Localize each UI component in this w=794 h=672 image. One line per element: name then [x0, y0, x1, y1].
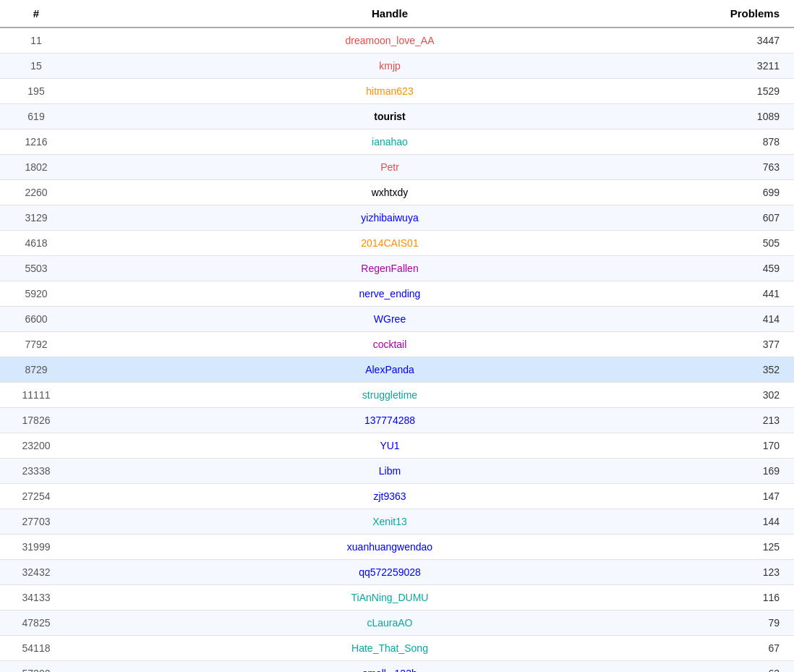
problems-cell: 1529: [707, 79, 794, 104]
handle-cell[interactable]: xuanhuangwendao: [72, 535, 707, 560]
handle-link[interactable]: RegenFallen: [361, 263, 418, 274]
handle-cell[interactable]: RegenFallen: [72, 256, 707, 281]
table-row: 5920nerve_ending441: [0, 281, 794, 307]
handle-cell[interactable]: yizhibaiwuya: [72, 205, 707, 231]
problems-cell: 116: [707, 585, 794, 611]
rank-cell: 8729: [0, 357, 72, 383]
problems-cell: 63: [707, 661, 794, 673]
rank-cell: 1216: [0, 129, 72, 155]
table-row: 17826137774288213: [0, 408, 794, 433]
table-row: 2260wxhtxdy699: [0, 180, 794, 205]
handle-link[interactable]: TiAnNing_DUMU: [351, 592, 429, 603]
handle-link[interactable]: 137774288: [364, 414, 415, 426]
handle-cell[interactable]: Libm: [72, 459, 707, 484]
rank-cell: 2260: [0, 180, 72, 205]
table-row: 46182014CAIS01505: [0, 231, 794, 256]
rank-cell: 54118: [0, 636, 72, 661]
handle-link[interactable]: WGree: [374, 313, 406, 325]
problems-cell: 377: [707, 332, 794, 357]
handle-link[interactable]: ianahao: [372, 136, 408, 148]
handle-link[interactable]: 2014CAIS01: [361, 237, 418, 249]
handle-cell[interactable]: small...123b: [72, 661, 707, 673]
table-row: 1802Petr763: [0, 155, 794, 180]
handle-cell[interactable]: Xenit13: [72, 509, 707, 535]
problems-cell: 144: [707, 509, 794, 535]
handle-cell[interactable]: kmjp: [72, 54, 707, 79]
rank-cell: 5920: [0, 281, 72, 307]
handle-link[interactable]: nerve_ending: [359, 288, 421, 299]
rank-cell: 11: [0, 27, 72, 54]
handle-link[interactable]: struggletime: [362, 389, 417, 401]
handle-link[interactable]: wxhtxdy: [372, 187, 409, 198]
table-row: 54118Hate_That_Song67: [0, 636, 794, 661]
handle-cell[interactable]: cocktail: [72, 332, 707, 357]
handle-cell[interactable]: ianahao: [72, 129, 707, 155]
handle-link[interactable]: yizhibaiwuya: [361, 212, 418, 224]
handle-link[interactable]: cocktail: [373, 339, 407, 350]
rank-cell: 32432: [0, 560, 72, 585]
problems-cell: 459: [707, 256, 794, 281]
problems-cell: 763: [707, 155, 794, 180]
handle-link[interactable]: dreamoon_love_AA: [346, 35, 435, 46]
table-row: 8729AlexPanda352: [0, 357, 794, 383]
handle-link[interactable]: Petr: [380, 161, 399, 173]
column-header-problems: Problems: [707, 0, 794, 27]
handle-link[interactable]: small...123b: [362, 668, 417, 672]
handle-link[interactable]: qq572259028: [359, 566, 421, 578]
table-row: 23338Libm169: [0, 459, 794, 484]
handle-cell[interactable]: YU1: [72, 433, 707, 459]
rank-cell: 31999: [0, 535, 72, 560]
problems-cell: 699: [707, 180, 794, 205]
handle-cell[interactable]: Petr: [72, 155, 707, 180]
handle-cell[interactable]: struggletime: [72, 383, 707, 408]
handle-cell[interactable]: Hate_That_Song: [72, 636, 707, 661]
handle-cell[interactable]: qq572259028: [72, 560, 707, 585]
handle-link[interactable]: tourist: [374, 111, 406, 122]
handle-link[interactable]: hitman623: [366, 85, 413, 97]
problems-cell: 3211: [707, 54, 794, 79]
table-row: 6600WGree414: [0, 307, 794, 332]
problems-cell: 169: [707, 459, 794, 484]
handle-link[interactable]: Xenit13: [372, 516, 406, 527]
handle-cell[interactable]: dreamoon_love_AA: [72, 27, 707, 54]
problems-cell: 125: [707, 535, 794, 560]
table-row: 11111struggletime302: [0, 383, 794, 408]
problems-cell: 3447: [707, 27, 794, 54]
leaderboard-table: # Handle Problems 11dreamoon_love_AA3447…: [0, 0, 794, 672]
table-header-row: # Handle Problems: [0, 0, 794, 27]
handle-link[interactable]: AlexPanda: [365, 364, 414, 375]
table-row: 5503RegenFallen459: [0, 256, 794, 281]
handle-link[interactable]: kmjp: [379, 60, 401, 72]
handle-link[interactable]: zjt9363: [373, 490, 406, 502]
rank-cell: 3129: [0, 205, 72, 231]
handle-cell[interactable]: wxhtxdy: [72, 180, 707, 205]
rank-cell: 11111: [0, 383, 72, 408]
problems-cell: 441: [707, 281, 794, 307]
handle-cell[interactable]: tourist: [72, 104, 707, 129]
handle-cell[interactable]: cLauraAO: [72, 611, 707, 636]
rank-cell: 23200: [0, 433, 72, 459]
table-row: 11dreamoon_love_AA3447: [0, 27, 794, 54]
handle-cell[interactable]: TiAnNing_DUMU: [72, 585, 707, 611]
handle-cell[interactable]: zjt9363: [72, 484, 707, 509]
table-row: 7792cocktail377: [0, 332, 794, 357]
handle-link[interactable]: cLauraAO: [367, 617, 412, 629]
handle-cell[interactable]: nerve_ending: [72, 281, 707, 307]
table-row: 1216ianahao878: [0, 129, 794, 155]
rank-cell: 47825: [0, 611, 72, 636]
handle-link[interactable]: Libm: [379, 465, 401, 477]
handle-cell[interactable]: hitman623: [72, 79, 707, 104]
handle-cell[interactable]: AlexPanda: [72, 357, 707, 383]
handle-link[interactable]: YU1: [380, 440, 399, 451]
table-row: 195hitman6231529: [0, 79, 794, 104]
problems-cell: 352: [707, 357, 794, 383]
column-header-rank: #: [0, 0, 72, 27]
rank-cell: 1802: [0, 155, 72, 180]
handle-cell[interactable]: 2014CAIS01: [72, 231, 707, 256]
table-row: 15kmjp3211: [0, 54, 794, 79]
handle-cell[interactable]: 137774288: [72, 408, 707, 433]
handle-cell[interactable]: WGree: [72, 307, 707, 332]
handle-link[interactable]: Hate_That_Song: [351, 642, 428, 654]
handle-link[interactable]: xuanhuangwendao: [347, 541, 432, 553]
rank-cell: 619: [0, 104, 72, 129]
